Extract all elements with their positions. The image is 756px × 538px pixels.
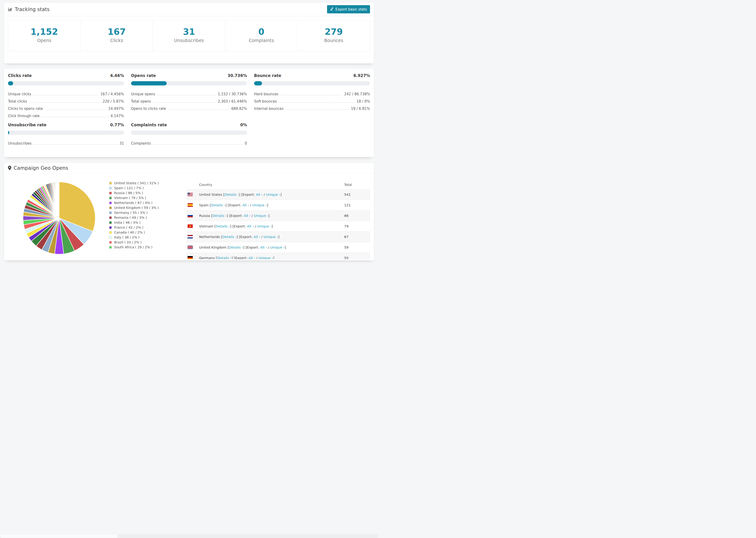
export-all-link[interactable]: All › [256,193,262,196]
dotted-leader [279,102,354,103]
slash: / [255,256,258,259]
export-all-link[interactable]: All › [260,245,267,249]
country-cell-td: Russia [Details ›] [Export: All › / Uniq… [187,210,344,221]
details-link[interactable]: Details › [225,193,239,196]
export-all-link[interactable]: All › [242,203,249,207]
legend-swatch [109,206,112,209]
flag-us [188,193,193,196]
details-link[interactable]: Details › [222,235,237,239]
stat-label: Clicks [81,38,153,43]
geo-pie-chart [8,174,109,259]
details-link[interactable]: Details › [211,203,225,207]
rate-head: Unsubscribe rate0.77% [8,123,124,127]
rate-row-value: 1,152 / 30.736% [218,92,247,96]
export-unique-link[interactable]: Unique › [257,224,272,228]
map-pin-icon [8,166,11,170]
legend-swatch [109,216,112,219]
rate-rows: Unsubscribes31 [8,140,124,147]
total-cell: 121 [344,200,370,210]
country-links: United States [Details ›] [Export: All ›… [199,193,282,196]
bracket: ] [267,203,268,207]
legend-label: Canada ( 40 / 2% ) [114,231,145,234]
country-cell-td: United Kingdom [Details ›] [Export: All … [187,242,344,252]
geo-title-wrap: Campaign Geo Opens [8,165,68,171]
rate-value: 0% [240,123,247,127]
country-name: Germany [199,256,216,259]
dotted-leader [168,110,229,110]
country-links: Spain [Details ›] [Export: All › / Uniqu… [199,203,268,207]
stat-box-bounces: 279Bounces [297,20,370,52]
legend-swatch [109,196,112,199]
export-unique-link[interactable]: Unique › [270,245,285,249]
stat-label: Complaints [225,38,297,43]
country-cell: Germany [Details ›] [Export: All › / Uni… [187,256,344,259]
legend-swatch [109,236,112,239]
details-link[interactable]: Details › [217,256,232,259]
table-row-es: Spain [Details ›] [Export: All › / Uniqu… [187,200,370,210]
dotted-leader [45,110,107,110]
rate-row-value: 689.82% [231,107,247,111]
export-all-link[interactable]: All › [253,235,260,239]
details-link[interactable]: Details › [229,245,243,249]
stat-label: Unsubscribes [153,38,225,43]
details-link[interactable]: Details › [216,224,230,228]
legend-swatch [109,182,112,185]
legend-item: United States ( 541 / 31% ) [109,181,187,186]
rate-row-label: Unsubscribes [8,141,31,145]
rate-row: Complaints0 [131,140,247,147]
table-row-ru: Russia [Details ›] [Export: All › / Uniq… [187,210,370,221]
rate-row: Unsubscribes31 [8,140,124,147]
stats-row: 1,152Opens167Clicks31Unsubscribes0Compla… [4,16,374,63]
legend-item: Vietnam ( 79 / 5% ) [109,195,187,200]
rate-row-value: 242 / 86.738% [344,92,370,96]
bracket: ] [271,224,273,228]
export-all-link[interactable]: All › [249,256,255,259]
legend-item: Canada ( 40 / 2% ) [109,230,187,235]
column-header-country: Country [187,180,344,189]
rate-row-label: Complaints [131,141,151,145]
tracking-stats-header: Tracking stats Export basic stats [4,3,374,16]
rate-row: Clicks to opens rate14.497% [8,105,124,112]
legend-swatch [109,226,112,229]
export-unique-link[interactable]: Unique › [264,235,278,239]
tracking-stats-card: Tracking stats Export basic stats 1,152O… [4,2,374,64]
stat-value: 0 [225,27,297,37]
legend-item: Russia ( 86 / 5% ) [109,190,187,195]
flag-nl [188,235,193,239]
country-name: United Kingdom [199,245,228,249]
legend-label: Russia ( 86 / 5% ) [114,191,143,195]
rate-row: Click through rate4.147% [8,112,124,120]
export-unique-link[interactable]: Unique › [258,256,273,259]
rate-row-value: 167 / 4.456% [100,92,124,96]
total-cell: 541 [344,189,370,200]
export-unique-link[interactable]: Unique › [254,214,268,218]
export-all-link[interactable]: All › [247,224,253,228]
export-unique-link[interactable]: Unique › [266,193,281,196]
bracket: ] [Export: [237,235,253,239]
geo-table: Country Total United States [Details ›] … [187,180,370,259]
export-basic-stats-button[interactable]: Export basic stats [327,5,370,13]
legend-item: Germany ( 55 / 3% ) [109,210,187,215]
rate-progress-track [131,81,247,85]
country-cell: United States [Details ›] [Export: All ›… [187,193,344,196]
rate-progress-track [8,81,124,85]
export-unique-link[interactable]: Unique › [252,203,267,207]
rate-row: Unique clicks167 / 4.456% [8,91,124,98]
rate-row-label: Unique clicks [8,92,31,96]
legend-item: United Kingdom ( 59 / 3% ) [109,205,187,210]
flag-gb [188,245,193,249]
rate-row-label: Unique opens [131,92,155,96]
rate-progress-fill [254,81,262,85]
total-cell: 79 [344,221,370,232]
legend-label: Spain ( 121 / 7% ) [114,186,144,190]
rate-progress-track [254,81,370,85]
country-name: Russia [199,214,211,218]
column-header-total: Total [344,180,370,189]
bracket: ] [Export: [243,245,260,249]
rate-row: Hard bounces242 / 86.738% [254,91,370,98]
details-link[interactable]: Details › [212,214,227,218]
legend-label: Brazil ( 33 / 2% ) [114,241,141,244]
legend-item: Romania ( 49 / 3% ) [109,215,187,220]
export-all-link[interactable]: All › [244,214,250,218]
rate-row-value: 14.497% [108,107,124,111]
